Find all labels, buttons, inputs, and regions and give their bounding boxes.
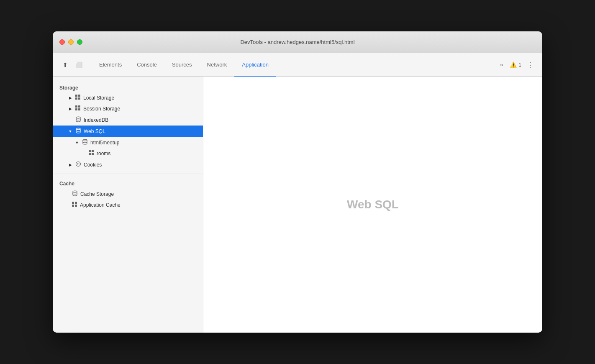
more-tabs-button[interactable]: » [497,60,506,69]
storage-section-label: Storage [53,82,203,92]
sidebar-item-application-cache[interactable]: Application Cache [53,200,203,210]
warning-icon: ⚠️ [510,62,517,68]
sidebar-item-label: Application Cache [80,202,121,208]
arrow-icon: ▼ [68,129,73,134]
arrow-icon: ▶ [68,106,73,111]
sidebar-item-label: IndexedDB [84,117,108,123]
svg-point-8 [76,117,80,118]
svg-point-18 [77,164,78,165]
svg-rect-5 [78,105,80,108]
devtools-window: DevTools - andrew.hedges.name/html5/sql.… [53,31,542,333]
warning-badge[interactable]: ⚠️ 1 [510,62,521,68]
kebab-menu-button[interactable]: ⋮ [525,59,536,71]
sidebar-item-html5meetup[interactable]: ▼ html5meetup [53,137,203,148]
toolbar-icons: ⬆ ⬜ [56,59,88,71]
sidebar-item-label: Cache Storage [80,191,114,197]
svg-rect-1 [78,95,80,97]
sidebar-item-cookies[interactable]: ▶ Cookies [53,159,203,170]
grid-icon [89,150,94,157]
svg-rect-3 [78,97,80,100]
tab-sources[interactable]: Sources [164,53,200,77]
svg-point-9 [76,128,80,130]
arrow-spacer [64,203,69,208]
sidebar-item-session-storage[interactable]: ▶ Session Storage [53,103,203,114]
sidebar-item-label: rooms [97,151,110,156]
svg-rect-12 [92,150,94,152]
window-title: DevTools - andrew.hedges.name/html5/sql.… [240,39,354,45]
svg-point-15 [76,162,81,167]
tab-network[interactable]: Network [200,53,235,77]
svg-rect-14 [92,153,94,155]
svg-rect-2 [75,97,77,100]
svg-rect-0 [75,95,77,97]
sidebar-item-label: html5meetup [90,140,119,146]
svg-rect-22 [75,202,77,204]
arrow-icon: ▶ [68,162,73,167]
svg-rect-11 [89,150,91,152]
sidebar-item-rooms[interactable]: rooms [53,148,203,159]
database-icon [75,116,81,123]
svg-rect-23 [72,205,74,207]
grid-icon [75,105,81,112]
svg-point-16 [77,163,78,164]
svg-point-19 [79,164,79,165]
cursor-tool-button[interactable]: ⬆ [59,59,71,71]
sidebar: Storage ▶ Local Storage ▶ Session Storag… [53,77,203,333]
arrow-spacer [81,151,86,156]
svg-rect-21 [72,202,74,204]
tab-console[interactable]: Console [129,53,164,77]
arrow-icon: ▶ [68,95,73,100]
main-panel: Web SQL [203,77,542,333]
traffic-lights [59,39,82,45]
svg-point-17 [79,163,80,164]
grid-icon [75,95,81,101]
inspect-tool-button[interactable]: ⬜ [73,59,85,71]
database-icon [75,128,81,135]
sidebar-item-indexed-db[interactable]: IndexedDB [53,114,203,126]
svg-rect-24 [75,205,77,207]
sidebar-item-label: Session Storage [83,106,120,112]
svg-rect-13 [89,153,91,155]
main-panel-placeholder: Web SQL [347,198,399,211]
toolbar: ⬆ ⬜ Elements Console Sources Network App… [53,53,542,77]
maximize-button[interactable] [77,39,82,45]
main-content: Storage ▶ Local Storage ▶ Session Storag… [53,77,542,333]
sidebar-item-label: Web SQL [84,128,105,134]
tab-elements[interactable]: Elements [92,53,129,77]
arrow-icon: ▼ [74,140,80,145]
sidebar-item-label: Cookies [84,162,102,168]
warning-count: 1 [518,62,521,68]
cookie-icon [75,161,81,168]
svg-rect-6 [75,108,77,110]
database-icon [82,139,88,146]
sidebar-divider [53,174,203,174]
tabs-bar: Elements Console Sources Network Applica… [92,53,493,77]
cache-section-label: Cache [53,177,203,188]
arrow-spacer [68,118,73,123]
svg-point-20 [73,191,77,192]
svg-rect-4 [75,105,77,108]
minimize-button[interactable] [68,39,74,45]
toolbar-right: » ⚠️ 1 ⋮ [493,59,539,71]
arrow-spacer [64,192,69,197]
sidebar-item-local-storage[interactable]: ▶ Local Storage [53,92,203,103]
cursor-icon: ⬆ [63,62,68,68]
sidebar-item-label: Local Storage [83,95,114,101]
database-icon [72,190,78,197]
sidebar-item-cache-storage[interactable]: Cache Storage [53,188,203,200]
svg-rect-7 [78,108,80,110]
sidebar-item-web-sql[interactable]: ▼ Web SQL [53,126,203,137]
grid-icon [72,202,77,208]
title-bar: DevTools - andrew.hedges.name/html5/sql.… [53,31,542,53]
close-button[interactable] [59,39,65,45]
tab-application[interactable]: Application [234,53,276,77]
svg-point-10 [83,139,87,141]
inspect-icon: ⬜ [75,62,82,68]
